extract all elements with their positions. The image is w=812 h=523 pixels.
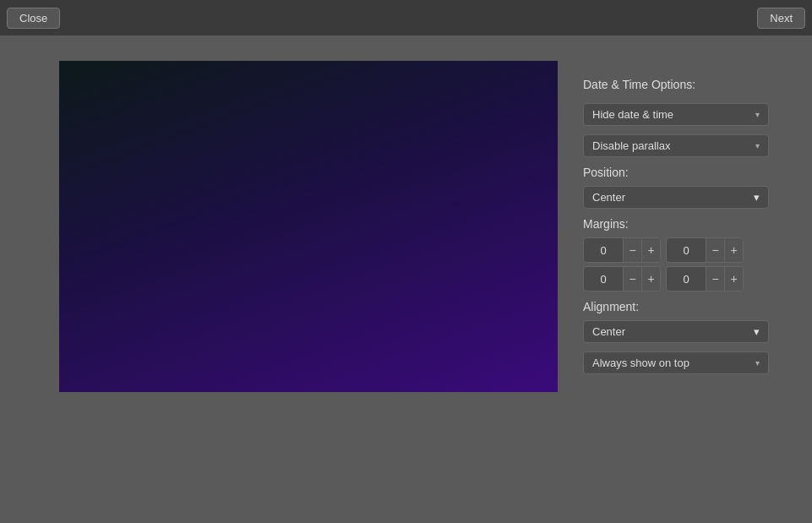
position-dropdown-value: Center [592,191,625,204]
margin-control-top: − + [583,237,661,263]
position-section: Position: Center ▾ [583,166,769,209]
alignment-dropdown-value: Center [592,325,625,338]
margin-bottom-plus[interactable]: + [641,267,660,291]
margin-bottom-minus[interactable]: − [623,267,641,291]
margin-left-input[interactable] [667,270,706,289]
right-panel: Date & Time Options: Hide date & time ▾ … [583,61,769,392]
margin-left-plus[interactable]: + [724,267,743,291]
margin-top-input[interactable] [584,241,623,260]
always-on-top-value: Always show on top [592,357,689,369]
alignment-dropdown[interactable]: Center ▾ [583,320,769,343]
margins-row-1: − + − + [583,237,769,263]
margin-control-bottom: − + [583,266,661,291]
datetime-options-title: Date & Time Options: [583,78,769,91]
position-dropdown-arrow: ▾ [754,191,760,204]
margin-control-left: − + [666,266,744,291]
alignment-label: Alignment: [583,300,769,313]
always-on-top-dropdown[interactable]: Always show on top ▾ [583,351,769,374]
margin-top-plus[interactable]: + [641,238,660,262]
margin-bottom-input[interactable] [584,270,623,289]
preview-canvas [59,61,558,392]
margin-right-minus[interactable]: − [706,238,724,262]
parallax-dropdown-arrow: ▾ [755,141,760,150]
margin-right-plus[interactable]: + [724,238,743,262]
parallax-dropdown[interactable]: Disable parallax ▾ [583,134,769,157]
position-dropdown[interactable]: Center ▾ [583,186,769,209]
position-label: Position: [583,166,769,179]
margin-top-minus[interactable]: − [623,238,641,262]
alignment-section: Alignment: Center ▾ [583,300,769,343]
main-content: Date & Time Options: Hide date & time ▾ … [0,35,812,409]
always-on-top-arrow: ▾ [755,358,760,368]
close-button[interactable]: Close [7,8,60,29]
alignment-dropdown-arrow: ▾ [754,325,760,338]
margin-control-right: − + [666,237,744,263]
margins-section: Margins: − + − + − + [583,217,769,291]
margin-left-minus[interactable]: − [706,267,724,291]
margin-right-input[interactable] [667,241,706,260]
next-button[interactable]: Next [757,8,805,29]
hide-date-dropdown[interactable]: Hide date & time ▾ [583,103,769,126]
hide-date-dropdown-value: Hide date & time [592,108,673,121]
margins-row-2: − + − + [583,266,769,291]
parallax-dropdown-value: Disable parallax [592,139,671,152]
margins-label: Margins: [583,217,769,231]
hide-date-dropdown-arrow: ▾ [755,110,760,119]
top-bar: Close Next [0,0,812,35]
